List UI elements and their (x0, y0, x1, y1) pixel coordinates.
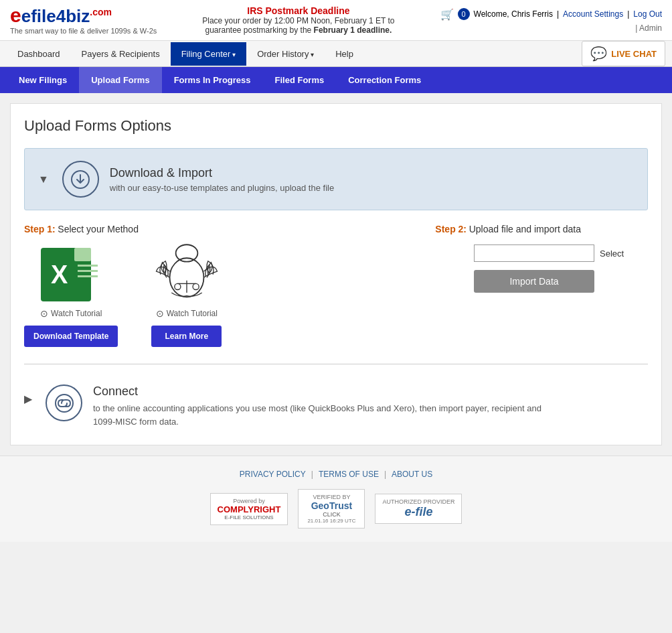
download-arrow-icon (71, 170, 90, 189)
select-label[interactable]: Select (600, 249, 624, 259)
efile-name: e-file (382, 505, 454, 519)
step2-label: Step 2: Upload file and import data (435, 224, 581, 234)
efile-badge: AUTHORIZED PROVIDER e-file (375, 494, 462, 524)
file-select-row: Select (474, 244, 635, 262)
step-labels-row: Step 1: Select your Method Step 2: Uploa… (24, 224, 648, 234)
complyright-name: COMPLYRIGHT (218, 504, 281, 514)
footer-links: PRIVACY POLICY | TERMS OF USE | ABOUT US (13, 470, 659, 479)
nav-order-history[interactable]: Order History (246, 42, 325, 66)
svg-rect-6 (78, 275, 98, 277)
connect-toggle-icon[interactable]: ▶ (24, 393, 32, 405)
subnav-filed-forms[interactable]: Filed Forms (263, 67, 337, 93)
page-content: Upload Forms Options ▼ Download & Import… (10, 103, 662, 445)
cart-icon[interactable]: 🛒 (440, 8, 454, 21)
excel-watch-tutorial[interactable]: Watch Tutorial (51, 309, 102, 318)
methods-list: X ⊙ Watch Tutorial Download Template (24, 244, 222, 347)
excel-icon-container: X (37, 244, 104, 301)
admin-label: | Admin (440, 23, 662, 33)
nav-dashboard[interactable]: Dashboard (7, 42, 71, 66)
footer-badges: Powered by COMPLYRIGHT E-FILE SOLUTIONS … (13, 489, 659, 529)
play-icon-excel: ⊙ (40, 308, 48, 319)
excel-tutorial: ⊙ Watch Tutorial (40, 308, 102, 319)
panel-toggle-icon[interactable]: ▼ (38, 173, 49, 186)
user-area: 🛒 0 Welcome, Chris Ferris | Account Sett… (440, 8, 662, 33)
steps-area: Step 1: Select your Method Step 2: Uploa… (24, 224, 648, 347)
nav-filing-center[interactable]: Filing Center (171, 42, 246, 66)
learn-more-button[interactable]: Learn More (151, 326, 222, 347)
import-data-button[interactable]: Import Data (474, 270, 594, 293)
excel-svg-icon: X (37, 244, 104, 305)
file-input[interactable] (474, 244, 594, 262)
svg-text:X: X (51, 261, 68, 289)
step1-desc: Select your Method (58, 224, 139, 234)
nav-help[interactable]: Help (325, 42, 364, 66)
logo-file4biz: efile4biz (21, 6, 90, 26)
logo-tagline: The smart way to file & deliver 1099s & … (10, 27, 157, 35)
logo-area: eefile4biz.com The smart way to file & d… (10, 5, 157, 35)
logout-link[interactable]: Log Out (633, 9, 662, 19)
irs-tutorial: ⊙ Watch Tutorial (156, 308, 218, 319)
sub-nav: New Filings Upload Forms Forms In Progre… (0, 67, 672, 93)
subnav-correction-forms[interactable]: Correction Forms (336, 67, 433, 93)
irs-deadline-line2: guarantee postmarking by the February 1 … (170, 25, 426, 35)
step1-num: Step 1: (24, 224, 56, 234)
upload-area: Select Import Data (474, 244, 648, 293)
privacy-policy-link[interactable]: PRIVACY POLICY (240, 470, 306, 479)
page-footer: PRIVACY POLICY | TERMS OF USE | ABOUT US… (0, 455, 672, 542)
geotrust-name: GeoTrust (305, 500, 357, 511)
connect-description: to the online accounting applications yo… (93, 402, 562, 428)
irs-svg-icon (153, 241, 220, 305)
account-settings-link[interactable]: Account Settings (563, 9, 623, 19)
irs-deadline-line1: Place your order by 12:00 PM Noon, Febru… (170, 16, 426, 25)
subnav-new-filings[interactable]: New Filings (7, 67, 79, 93)
logo-e: e (10, 4, 21, 26)
step2-num: Step 2: (435, 224, 467, 234)
play-icon-irs: ⊙ (156, 308, 164, 319)
section-divider (24, 364, 648, 364)
cart-badge[interactable]: 0 (458, 8, 470, 20)
welcome-text: Welcome, Chris Ferris (474, 9, 553, 19)
connect-section-text: Connect to the online accounting applica… (93, 384, 562, 428)
irs-deadline-title: IRS Postmark Deadline (170, 5, 426, 16)
logo: eefile4biz.com (10, 5, 157, 25)
connect-panel: ▶ Connect to the online accounting appli… (24, 381, 648, 431)
subnav-upload-forms[interactable]: Upload Forms (79, 67, 161, 93)
download-description: with our easy-to-use templates and plugi… (110, 183, 334, 193)
geotrust-verified: VERIFIED BY (305, 494, 357, 500)
geotrust-timestamp: 21.01.16 16:29 UTC (305, 518, 357, 524)
download-template-button[interactable]: Download Template (24, 326, 118, 347)
live-chat-button[interactable]: 💬 LIVE CHAT (582, 41, 665, 66)
download-section-text: Download & Import with our easy-to-use t… (110, 166, 334, 193)
irs-icon-container (153, 244, 220, 301)
svg-rect-4 (78, 265, 98, 267)
terms-of-use-link[interactable]: TERMS OF USE (319, 470, 379, 479)
step2-desc: Upload file and import data (469, 224, 581, 234)
logo-dot-com: .com (90, 7, 112, 17)
page-header: eefile4biz.com The smart way to file & d… (0, 0, 672, 41)
irs-watch-tutorial[interactable]: Watch Tutorial (167, 309, 218, 318)
method-excel: X ⊙ Watch Tutorial Download Template (24, 244, 118, 347)
about-us-link[interactable]: ABOUT US (392, 470, 432, 479)
download-heading: Download & Import (110, 166, 334, 180)
efile-authorized: AUTHORIZED PROVIDER (382, 498, 454, 505)
download-import-panel: ▼ Download & Import with our easy-to-use… (24, 148, 648, 210)
nav-payers[interactable]: Payers & Recipients (71, 42, 171, 66)
complyright-powered: Powered by (218, 498, 281, 504)
page-title: Upload Forms Options (24, 117, 648, 135)
svg-rect-2 (74, 248, 91, 261)
live-chat-label: LIVE CHAT (611, 49, 657, 59)
step1-label: Step 1: Select your Method (24, 224, 139, 234)
subnav-forms-in-progress[interactable]: Forms In Progress (162, 67, 263, 93)
main-nav: Dashboard Payers & Recipients Filing Cen… (0, 41, 672, 67)
method-irs: ⊙ Watch Tutorial Learn More (151, 244, 222, 347)
geotrust-click: CLICK (305, 511, 357, 518)
connect-heading: Connect (93, 384, 562, 399)
chat-bubble-icon: 💬 (590, 46, 607, 62)
geotrust-badge: VERIFIED BY GeoTrust CLICK 21.01.16 16:2… (298, 489, 365, 529)
complyright-sub: E-FILE SOLUTIONS (218, 514, 281, 520)
download-icon (62, 161, 99, 198)
connect-link-icon (55, 394, 74, 413)
cart-row: 🛒 0 Welcome, Chris Ferris | Account Sett… (440, 8, 662, 21)
methods-upload-row: X ⊙ Watch Tutorial Download Template (24, 244, 648, 347)
connect-icon (46, 384, 82, 421)
